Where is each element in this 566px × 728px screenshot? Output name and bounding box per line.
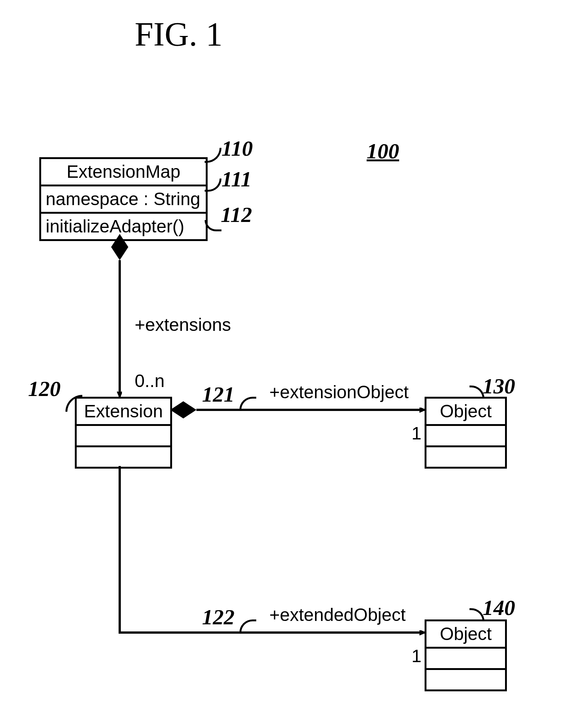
class-object-140: Object (425, 619, 507, 691)
leader-120 (65, 395, 82, 412)
leader-130 (469, 386, 484, 399)
ref-110: 110 (221, 136, 253, 161)
class-object-130-attr-empty (426, 426, 505, 447)
ref-120: 120 (28, 376, 61, 401)
ref-111: 111 (221, 167, 252, 192)
leader-122 (239, 619, 256, 633)
class-object-140-attr-empty (426, 649, 505, 670)
ref-121: 121 (202, 382, 235, 407)
class-extension: Extension (75, 397, 172, 469)
assoc-extendedobject-role: +extendedObject (269, 604, 406, 625)
composition-diamond-extension-right (170, 401, 196, 418)
class-object-130-op-empty (426, 447, 505, 467)
class-object-130-name: Object (426, 399, 505, 426)
class-extension-op-empty (77, 447, 170, 467)
ref-140: 140 (483, 595, 515, 620)
diagram-canvas: FIG. 1 100 ExtensionMap namespace : Stri… (0, 0, 566, 728)
ref-122: 122 (202, 604, 235, 630)
leader-140 (469, 608, 484, 621)
class-extensionmap-attribute: namespace : String (41, 186, 206, 214)
class-object-130: Object (425, 397, 507, 469)
figure-title: FIG. 1 (135, 15, 223, 54)
class-object-140-name: Object (426, 621, 505, 649)
assoc-extensions-mult: 0..n (135, 371, 165, 391)
leader-121 (239, 397, 256, 410)
assoc-extensionobject-mult: 1 (412, 423, 422, 444)
assoc-extendedobject-mult: 1 (412, 646, 422, 666)
assoc-extensions-role: +extensions (135, 314, 231, 335)
class-extension-attr-empty (77, 426, 170, 447)
class-object-140-op-empty (426, 670, 505, 689)
class-extension-name: Extension (77, 399, 170, 426)
class-extensionmap-operation: initializeAdapter() (41, 214, 206, 239)
class-extensionmap-name: ExtensionMap (41, 159, 206, 186)
leader-111 (205, 179, 221, 192)
diagram-id-label: 100 (367, 138, 399, 164)
ref-130: 130 (483, 374, 515, 399)
ref-112: 112 (221, 202, 252, 227)
class-extensionmap: ExtensionMap namespace : String initiali… (39, 157, 208, 241)
assoc-extensionobject-role: +extensionObject (269, 382, 409, 402)
leader-110 (205, 148, 221, 163)
